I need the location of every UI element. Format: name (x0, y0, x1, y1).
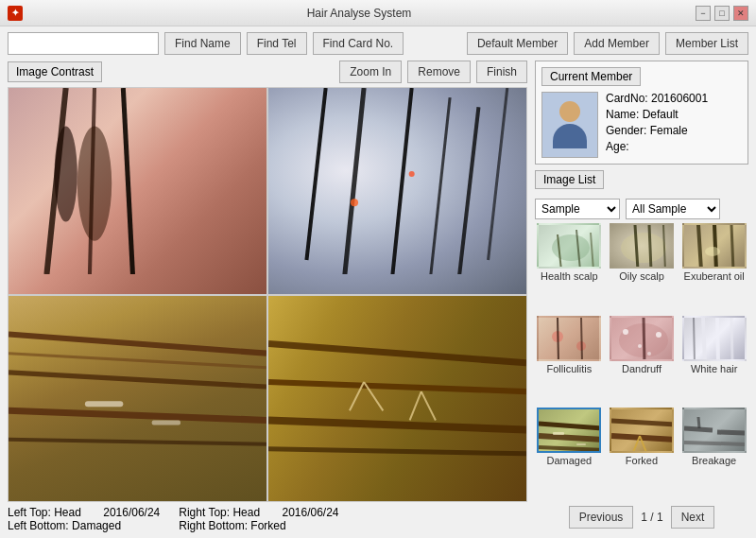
thumb-label-health-scalp: Health scalp (541, 270, 598, 282)
thumb-exuberant-oil[interactable]: Exuberant oil (679, 223, 748, 312)
thumb-label-exuberant-oil: Exuberant oil (684, 270, 745, 282)
thumb-label-damaged: Damaged (546, 455, 592, 466)
current-member-label: Current Member (541, 67, 641, 86)
middle-row: Image Contrast Zoom In Remove Finish (8, 61, 748, 532)
left-bottom-value: Damaged (72, 519, 121, 532)
svg-point-39 (705, 247, 720, 256)
thumb-forked[interactable]: Forked (608, 408, 677, 496)
svg-line-52 (731, 318, 732, 361)
add-member-button[interactable]: Add Member (574, 32, 660, 55)
find-name-button[interactable]: Find Name (164, 32, 241, 55)
svg-line-26 (421, 391, 436, 420)
all-sample-select[interactable]: All Sample (626, 199, 720, 219)
svg-line-38 (731, 225, 733, 269)
svg-line-20 (268, 343, 526, 362)
avatar-body (553, 124, 587, 148)
member-gender: Gender: Female (606, 124, 708, 137)
svg-line-6 (345, 88, 364, 274)
thumb-label-white-hair: White hair (691, 363, 738, 374)
svg-line-31 (591, 233, 593, 269)
left-top-date: 2016/06/24 (103, 506, 160, 519)
svg-line-49 (644, 318, 644, 361)
svg-line-15 (9, 410, 266, 420)
svg-line-33 (635, 225, 638, 269)
find-card-no-button[interactable]: Find Card No. (313, 32, 404, 55)
svg-line-10 (489, 88, 507, 260)
finish-button[interactable]: Finish (476, 61, 527, 83)
caption-left: Left Top: Head 2016/06/24 Left Bottom: D… (8, 506, 160, 532)
thumb-damaged[interactable]: Damaged (535, 408, 604, 496)
page-info: 1 / 1 (641, 511, 662, 524)
thumb-label-oily-scalp: Oily scalp (619, 270, 664, 282)
svg-point-47 (656, 332, 662, 338)
svg-line-34 (649, 225, 651, 269)
image-grid (8, 87, 527, 502)
svg-line-60 (611, 436, 674, 440)
next-button[interactable]: Next (671, 506, 715, 529)
thumb-health-scalp[interactable]: Health scalp (535, 223, 604, 312)
card-no: CardNo: 201606001 (606, 92, 708, 105)
svg-line-7 (392, 88, 411, 274)
svg-rect-18 (85, 401, 123, 407)
thumb-label-forked: Forked (626, 455, 658, 466)
svg-point-12 (409, 171, 415, 177)
svg-line-23 (268, 448, 526, 453)
caption-row: Left Top: Head 2016/06/24 Left Bottom: D… (8, 506, 527, 532)
right-top-label: Right Top: (179, 506, 230, 519)
maximize-button[interactable]: □ (714, 6, 730, 21)
image-list-label: Image List (535, 170, 604, 189)
current-member-section: Current Member CardNo: 201606001 Name: D… (535, 61, 748, 165)
app-icon: ✦ (8, 6, 23, 21)
svg-line-9 (459, 107, 478, 274)
avatar-head (559, 101, 580, 122)
remove-button[interactable]: Remove (407, 61, 471, 83)
svg-line-53 (694, 318, 695, 361)
image-list-header: Image List (535, 170, 748, 195)
caption-right: Right Top: Head 2016/06/24 Right Bottom:… (179, 506, 338, 532)
image-cell-top-right[interactable] (268, 88, 526, 294)
sample-select[interactable]: Sample (535, 199, 620, 219)
svg-line-59 (611, 421, 674, 425)
svg-line-50 (703, 318, 705, 361)
svg-rect-19 (152, 420, 180, 425)
image-cell-top-left[interactable] (9, 88, 266, 294)
svg-line-27 (410, 391, 421, 420)
member-name: Name: Default (606, 108, 708, 121)
default-member-button[interactable]: Default Member (467, 32, 568, 55)
image-cell-bottom-left[interactable] (9, 296, 266, 502)
thumb-dandruff[interactable]: Dandruff (608, 316, 677, 405)
avatar (541, 92, 598, 158)
minimize-button[interactable]: − (696, 6, 711, 21)
right-top-value: Head (232, 506, 260, 519)
svg-line-14 (9, 372, 266, 386)
svg-line-42 (558, 318, 558, 361)
window-title: Hair Analyse System (23, 7, 696, 20)
pagination-row: Previous 1 / 1 Next (535, 502, 748, 532)
svg-line-13 (9, 334, 266, 353)
image-cell-bottom-right[interactable] (268, 296, 526, 502)
image-list-section: Image List Sample All Sample (535, 170, 748, 496)
thumb-oily-scalp[interactable]: Oily scalp (608, 223, 677, 312)
thumb-folliculitis[interactable]: Folliculitis (535, 316, 604, 405)
member-age: Age: (606, 140, 708, 153)
svg-point-48 (647, 352, 651, 356)
search-input[interactable] (8, 32, 159, 55)
thumb-white-hair[interactable]: White hair (679, 316, 748, 405)
zoom-in-button[interactable]: Zoom In (339, 61, 402, 83)
thumb-label-breakage: Breakage (692, 455, 736, 466)
previous-button[interactable]: Previous (569, 506, 634, 529)
close-button[interactable]: ✕ (733, 6, 748, 21)
svg-point-32 (621, 233, 666, 263)
right-bottom-value: Forked (250, 519, 285, 532)
svg-line-35 (663, 225, 665, 269)
right-panel: Current Member CardNo: 201606001 Name: D… (535, 61, 748, 532)
thumb-breakage[interactable]: Breakage (679, 408, 748, 496)
member-list-button[interactable]: Member List (665, 32, 748, 55)
top-bar: Find Name Find Tel Find Card No. Default… (8, 32, 748, 55)
member-info: CardNo: 201606001 Name: Default Gender: … (541, 92, 742, 158)
main-content: Find Name Find Tel Find Card No. Default… (0, 26, 756, 538)
member-details: CardNo: 201606001 Name: Default Gender: … (606, 92, 708, 158)
find-tel-button[interactable]: Find Tel (247, 32, 307, 55)
image-list-selects: Sample All Sample (535, 199, 748, 219)
svg-rect-57 (553, 432, 564, 435)
